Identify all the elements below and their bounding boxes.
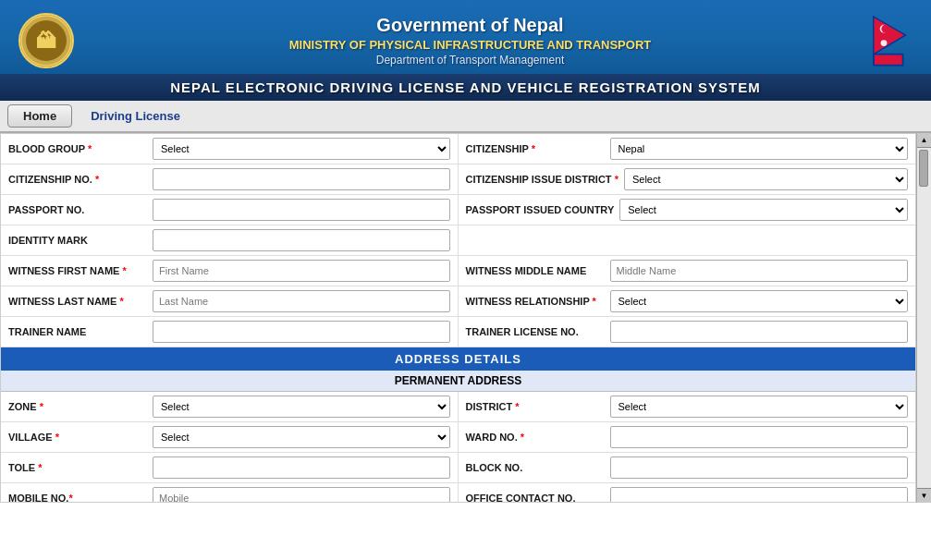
block-no-field: BLOCK NO. — [459, 453, 916, 482]
citizenship-district-required: * — [615, 174, 619, 185]
blood-group-select[interactable]: SelectA+A-B+B-AB+AB-O+O- — [153, 138, 450, 160]
passport-country-select[interactable]: Select — [619, 199, 908, 221]
trainer-name-input[interactable] — [153, 321, 450, 343]
village-select[interactable]: Select — [153, 426, 450, 448]
office-contact-label: OFFICE CONTACT NO. — [466, 493, 605, 503]
trainer-license-field: TRAINER LICENSE NO. — [459, 317, 916, 347]
scroll-up-button[interactable]: ▲ — [917, 133, 931, 148]
nepal-emblem: 🏔 — [18, 13, 74, 68]
address-row-3: TOLE * BLOCK NO. — [1, 453, 915, 483]
tole-label: TOLE * — [8, 462, 147, 473]
citizenship-label: CITIZENSHIP * — [466, 143, 605, 154]
scroll-thumb[interactable] — [919, 150, 928, 187]
blood-group-field: BLOOD GROUP * SelectA+A-B+B-AB+AB-O+O- — [1, 134, 459, 164]
form-row-4: IDENTITY MARK — [1, 225, 915, 256]
form-row-3: PASSPORT NO. PASSPORT ISSUED COUNTRY Sel… — [1, 195, 915, 225]
witness-relationship-field: WITNESS RELATIONSHIP * Select — [459, 286, 916, 316]
address-row-1: ZONE * Select DISTRICT * Select — [1, 392, 915, 422]
witness-relationship-select[interactable]: Select — [610, 290, 909, 312]
trainer-name-field: TRAINER NAME — [1, 317, 459, 347]
witness-lastname-input[interactable] — [153, 290, 450, 312]
district-select[interactable]: Select — [610, 396, 909, 418]
citizenship-field: CITIZENSHIP * NepalOther — [459, 134, 916, 164]
driving-license-link[interactable]: Driving License — [76, 105, 195, 127]
mobile-no-input[interactable] — [153, 487, 450, 503]
address-row-2: VILLAGE * Select WARD NO. * — [1, 422, 915, 453]
citizenship-district-select[interactable]: Select — [624, 168, 908, 190]
home-button[interactable]: Home — [7, 104, 72, 128]
identity-mark-input[interactable] — [153, 229, 450, 251]
zone-label: ZONE * — [8, 401, 147, 412]
district-label: DISTRICT * — [466, 401, 605, 412]
passport-no-field: PASSPORT NO. — [1, 195, 459, 225]
witness-middlename-label: WITNESS MIDDLE NAME — [466, 265, 605, 276]
village-label: VILLAGE * — [8, 432, 147, 443]
village-required: * — [55, 432, 59, 443]
zone-required: * — [40, 401, 43, 412]
witness-lastname-label: WITNESS LAST NAME * — [8, 296, 147, 307]
village-field: VILLAGE * Select — [1, 422, 459, 452]
witness-lastname-required: * — [119, 296, 123, 307]
tole-input[interactable] — [153, 457, 450, 479]
passport-country-field: PASSPORT ISSUED COUNTRY Select — [459, 195, 916, 225]
svg-point-9 — [881, 40, 888, 46]
witness-firstname-field: WITNESS FIRST NAME * — [1, 256, 459, 286]
form-row-5: WITNESS FIRST NAME * WITNESS MIDDLE NAME — [1, 256, 915, 286]
empty-right-4 — [459, 225, 916, 255]
witness-relationship-label: WITNESS RELATIONSHIP * — [466, 296, 605, 307]
form-row-6: WITNESS LAST NAME * WITNESS RELATIONSHIP… — [1, 286, 915, 317]
office-contact-input[interactable] — [610, 487, 909, 503]
citizenship-district-label: CITIZENSHIP ISSUE DISTRICT * — [466, 174, 619, 185]
trainer-license-input[interactable] — [610, 321, 909, 343]
tole-required: * — [38, 462, 42, 473]
identity-mark-label: IDENTITY MARK — [8, 235, 147, 246]
identity-mark-field: IDENTITY MARK — [1, 225, 459, 255]
citizenship-no-input[interactable] — [153, 168, 450, 190]
form-row-1: BLOOD GROUP * SelectA+A-B+B-AB+AB-O+O- C… — [1, 134, 915, 164]
witness-middlename-input[interactable] — [610, 260, 909, 282]
form-area: BLOOD GROUP * SelectA+A-B+B-AB+AB-O+O- C… — [0, 133, 916, 503]
passport-country-label: PASSPORT ISSUED COUNTRY — [466, 204, 615, 215]
scroll-down-button[interactable]: ▼ — [917, 488, 931, 503]
passport-no-label: PASSPORT NO. — [8, 204, 147, 215]
ward-no-input[interactable] — [610, 426, 909, 448]
citizenship-select[interactable]: NepalOther — [610, 138, 909, 160]
permanent-address-header: PERMANENT ADDRESS — [1, 371, 915, 392]
scroll-track — [917, 148, 931, 488]
address-section-header: ADDRESS DETAILS — [1, 347, 915, 371]
form-row-2: CITIZENSHIP NO. * CITIZENSHIP ISSUE DIST… — [1, 164, 915, 195]
tole-field: TOLE * — [1, 453, 459, 482]
scrollbar[interactable]: ▲ ▼ — [916, 133, 931, 503]
zone-field: ZONE * Select — [1, 392, 459, 421]
blood-group-label: BLOOD GROUP * — [8, 143, 147, 154]
trainer-license-label: TRAINER LICENSE NO. — [466, 326, 605, 337]
witness-middlename-field: WITNESS MIDDLE NAME — [459, 256, 916, 286]
citizenship-no-label: CITIZENSHIP NO. * — [8, 174, 147, 185]
passport-no-input[interactable] — [153, 199, 450, 221]
mobile-no-label: MOBILE NO.* — [8, 493, 147, 503]
citizenship-no-required: * — [95, 174, 99, 185]
witness-firstname-input[interactable] — [153, 260, 450, 282]
witness-firstname-required: * — [122, 265, 126, 276]
form-row-7: TRAINER NAME TRAINER LICENSE NO. — [1, 317, 915, 347]
district-required: * — [515, 401, 519, 412]
witness-lastname-field: WITNESS LAST NAME * — [1, 286, 459, 316]
citizenship-district-field: CITIZENSHIP ISSUE DISTRICT * Select — [459, 164, 916, 194]
ward-no-required: * — [521, 432, 524, 443]
citizenship-no-field: CITIZENSHIP NO. * — [1, 164, 459, 194]
trainer-name-label: TRAINER NAME — [8, 326, 147, 337]
district-field: DISTRICT * Select — [459, 392, 916, 421]
office-contact-field: OFFICE CONTACT NO. — [459, 483, 916, 503]
witness-relationship-required: * — [593, 296, 596, 307]
nav-bar: Home Driving License — [0, 101, 931, 133]
header: 🏔 Government of Nepal MINISTRY OF PHYSIC… — [0, 0, 931, 101]
nepal-flag — [866, 13, 913, 68]
svg-text:🏔: 🏔 — [36, 30, 56, 53]
ward-no-label: WARD NO. * — [466, 432, 605, 443]
block-no-label: BLOCK NO. — [466, 462, 605, 473]
block-no-input[interactable] — [610, 457, 909, 479]
svg-marker-5 — [874, 55, 903, 66]
zone-select[interactable]: Select — [153, 396, 450, 418]
ward-no-field: WARD NO. * — [459, 422, 916, 452]
witness-firstname-label: WITNESS FIRST NAME * — [8, 265, 147, 276]
